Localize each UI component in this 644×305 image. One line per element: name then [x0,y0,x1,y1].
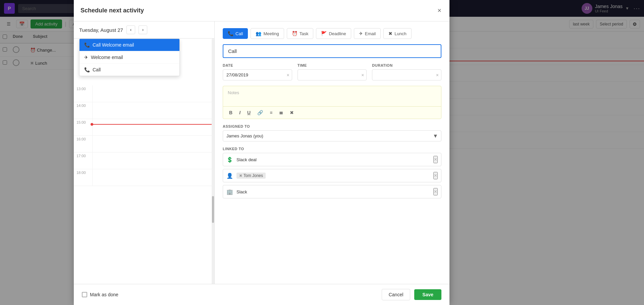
notes-toolbar: B I U 🔗 ≡ ≣ ✖ [223,106,441,119]
phone-icon: 📞 [84,67,90,72]
mark-done-label: Mark as done [90,292,118,297]
deal-icon: 💲 [226,157,233,163]
mark-done-checkbox[interactable] [82,292,87,297]
modal-calendar-panel: Tuesday, August 27 ‹ › 📞 Call Welcome em… [74,21,215,284]
link-tool[interactable]: 🔗 [256,109,264,116]
modal-calendar-body: 📞 Call Welcome email ✈ Welcome email 📞 C… [74,39,214,284]
linked-item-person: 👤 ✖ Tom Jones × [223,169,441,182]
linked-company-remove-button[interactable]: × [433,188,438,195]
ordered-list-tool[interactable]: ≣ [278,109,284,116]
modal-header: Schedule next activity × [74,0,449,21]
phone-icon: 📞 [228,31,233,36]
dropdown-item-label: Call Welcome email [93,42,134,48]
dropdown-item-label: Call [93,67,101,72]
duration-input-wrap: × [372,69,441,80]
modal-body: Tuesday, August 27 ‹ › 📞 Call Welcome em… [74,21,449,284]
date-clear-icon[interactable]: × [286,72,289,78]
call-icon: 📞 [84,42,90,48]
time-clear-icon[interactable]: × [361,72,364,78]
linked-item-deal: 💲 Slack deal × [223,153,441,166]
time-group: TIME × [298,63,367,80]
activity-dropdown: 📞 Call Welcome email ✈ Welcome email 📞 C… [79,39,180,76]
modal-title: Schedule next activity [80,7,144,14]
time-input[interactable] [298,69,367,80]
tom-jones-tag: ✖ Tom Jones [236,173,266,179]
linked-company-name: Slack [236,189,430,194]
tag-label: Tom Jones [244,173,263,178]
modal-calendar-header: Tuesday, August 27 ‹ › [74,21,214,39]
save-button[interactable]: Save [414,289,441,300]
tag-remove-icon[interactable]: ✖ [239,174,242,178]
company-icon: 🏢 [226,189,233,195]
duration-clear-icon[interactable]: × [436,72,439,78]
dropdown-item-welcome-email[interactable]: ✈ Welcome email [79,51,179,64]
dropdown-item-label: Welcome email [91,55,123,60]
modal-close-button[interactable]: × [436,5,443,16]
modal-current-time-line [92,124,214,125]
linked-deal-remove-button[interactable]: × [433,156,438,163]
task-icon: ⏰ [292,31,298,36]
schedule-activity-modal: Schedule next activity × Tuesday, August… [74,0,449,305]
assigned-label: ASSIGNED TO [223,124,441,128]
linked-deal-name: Slack deal [236,157,430,162]
duration-input[interactable] [372,69,441,80]
act-btn-deadline[interactable]: 🚩 Deadline [316,28,351,39]
app-background: P JJ James Jonas UI Feed ▼ ⋯ ☰ 📅 Add act… [0,0,644,305]
meeting-icon: 👥 [256,31,261,36]
calendar-prev-button[interactable]: ‹ [126,25,135,34]
dropdown-item-call[interactable]: 📞 Call [79,64,179,76]
mark-done-section: Mark as done [82,292,118,297]
clear-format-tool[interactable]: ✖ [288,109,295,116]
calendar-date: Tuesday, August 27 [79,27,123,33]
cancel-button[interactable]: Cancel [382,289,411,300]
act-btn-meeting[interactable]: 👥 Meeting [251,28,284,39]
deadline-icon: 🚩 [321,31,327,36]
modal-footer: Mark as done Cancel Save [74,284,449,305]
act-btn-task[interactable]: ⏰ Task [287,28,314,39]
date-input[interactable] [223,69,292,80]
assigned-select[interactable]: James Jonas (you) [223,130,441,141]
lunch-icon: ✖ [388,31,392,36]
notes-area: Notes B I U 🔗 ≡ ≣ ✖ [223,86,441,119]
assigned-section: ASSIGNED TO James Jonas (you) ▼ [223,124,441,141]
activity-type-buttons: 📞 Call 👥 Meeting ⏰ Task 🚩 Deadline [223,28,441,39]
bold-tool[interactable]: B [228,109,234,116]
linked-section: LINKED TO 💲 Slack deal × 👤 ✖ Tom [223,147,441,198]
person-icon: 👤 [226,173,233,179]
linked-item-company: 🏢 Slack × [223,185,441,198]
dropdown-item-call-welcome[interactable]: 📞 Call Welcome email [79,39,179,51]
email-icon: ✈ [84,55,88,60]
act-btn-email[interactable]: ✈ Email [354,28,381,39]
activity-title-input[interactable] [223,44,441,58]
date-input-wrap: × [223,69,292,80]
date-label: DATE [223,63,292,67]
bullet-list-tool[interactable]: ≡ [268,109,274,116]
email-icon: ✈ [359,31,363,36]
time-input-wrap: × [298,69,367,80]
duration-group: DURATION × [372,63,441,80]
act-btn-lunch[interactable]: ✖ Lunch [383,28,411,39]
duration-label: DURATION [372,63,441,67]
linked-label: LINKED TO [223,147,441,151]
linked-person-remove-button[interactable]: × [433,172,438,179]
act-btn-call[interactable]: 📞 Call [223,28,248,39]
underline-tool[interactable]: U [246,109,252,116]
italic-tool[interactable]: I [238,109,242,116]
linked-person-tags: ✖ Tom Jones [236,173,430,179]
date-time-row: DATE × TIME × DURATION [223,63,441,80]
date-group: DATE × [223,63,292,80]
assigned-select-wrap: James Jonas (you) ▼ [223,130,441,141]
calendar-next-button[interactable]: › [139,25,147,34]
notes-placeholder[interactable]: Notes [223,86,441,106]
time-label: TIME [298,63,367,67]
modal-form-panel: 📞 Call 👥 Meeting ⏰ Task 🚩 Deadline [215,21,449,284]
